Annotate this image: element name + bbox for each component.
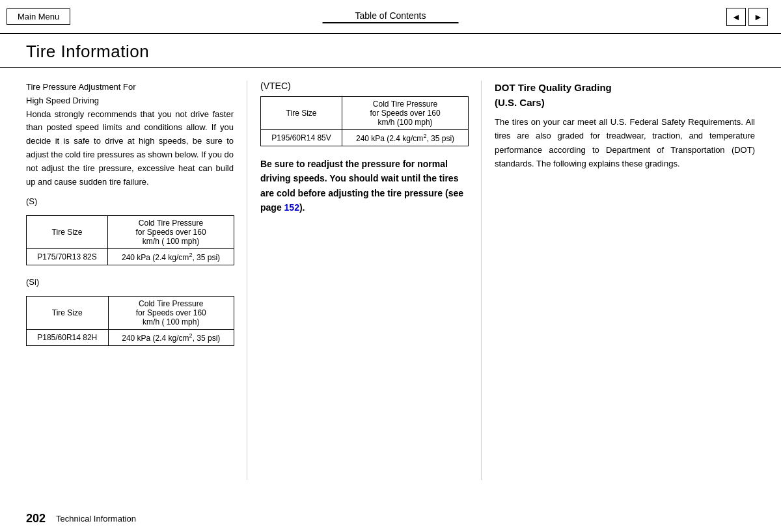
pressure-s: 240 kPa (2.4 kg/cm2, 35 psi)	[108, 249, 234, 265]
toc-section: Table of Contents	[323, 10, 459, 23]
page-number: 202	[26, 512, 46, 525]
intro-paragraph: Tire Pressure Adjustment For High Speed …	[26, 81, 234, 189]
table-header-pressure-vtec: Cold Tire Pressure for Speeds over 160 k…	[342, 97, 469, 130]
toc-label[interactable]: Table of Contents	[323, 10, 459, 23]
model-s-table: Tire Size Cold Tire Pressure for Speeds …	[26, 215, 234, 265]
table-header-pressure-s: Cold Tire Pressure for Speeds over 160 k…	[108, 216, 234, 249]
main-menu-button[interactable]: Main Menu	[7, 8, 70, 25]
nav-arrows: ◄ ►	[726, 8, 768, 26]
page-152-link[interactable]: 152	[284, 202, 299, 213]
footer-section-label: Technical Information	[56, 514, 136, 524]
vtec-label: (VTEC)	[260, 81, 468, 91]
table-header-pressure-si: Cold Tire Pressure for Speeds over 160 k…	[108, 296, 234, 329]
prev-page-button[interactable]: ◄	[726, 8, 746, 26]
model-si-label: (Si)	[26, 276, 234, 289]
pressure-vtec: 240 kPa (2.4 kg/cm2, 35 psi)	[342, 130, 469, 146]
page-title-section: Tire Information	[0, 34, 781, 68]
right-column: DOT Tire Quality Grading(U.S. Cars) The …	[482, 81, 755, 480]
content-area: Tire Pressure Adjustment For High Speed …	[0, 68, 781, 493]
table-header-tire-size-s: Tire Size	[27, 216, 108, 249]
tire-size-s: P175/70R13 82S	[27, 249, 108, 265]
readjust-paragraph: Be sure to readjust the pressure for nor…	[260, 157, 468, 215]
page-footer: 202 Technical Information	[0, 505, 781, 532]
left-column: Tire Pressure Adjustment For High Speed …	[26, 81, 247, 480]
middle-column: (VTEC) Tire Size Cold Tire Pressure for …	[247, 81, 482, 480]
pressure-si: 240 kPa (2.4 kg/cm2, 35 psi)	[108, 329, 234, 345]
dot-paragraph: The tires on your car meet all U.S. Fede…	[495, 115, 755, 171]
top-nav: Main Menu Table of Contents ◄ ►	[0, 0, 781, 34]
page-title: Tire Information	[26, 42, 755, 62]
model-s-label: (S)	[26, 195, 234, 209]
table-header-tire-size-vtec: Tire Size	[261, 97, 342, 130]
vtec-table: Tire Size Cold Tire Pressure for Speeds …	[260, 96, 469, 146]
next-page-button[interactable]: ►	[748, 8, 768, 26]
dot-title: DOT Tire Quality Grading(U.S. Cars)	[495, 81, 755, 110]
tire-size-si: P185/60R14 82H	[27, 329, 109, 345]
tire-size-vtec: P195/60R14 85V	[261, 130, 342, 146]
table-header-tire-size-si: Tire Size	[27, 296, 109, 329]
model-si-table: Tire Size Cold Tire Pressure for Speeds …	[26, 296, 234, 346]
